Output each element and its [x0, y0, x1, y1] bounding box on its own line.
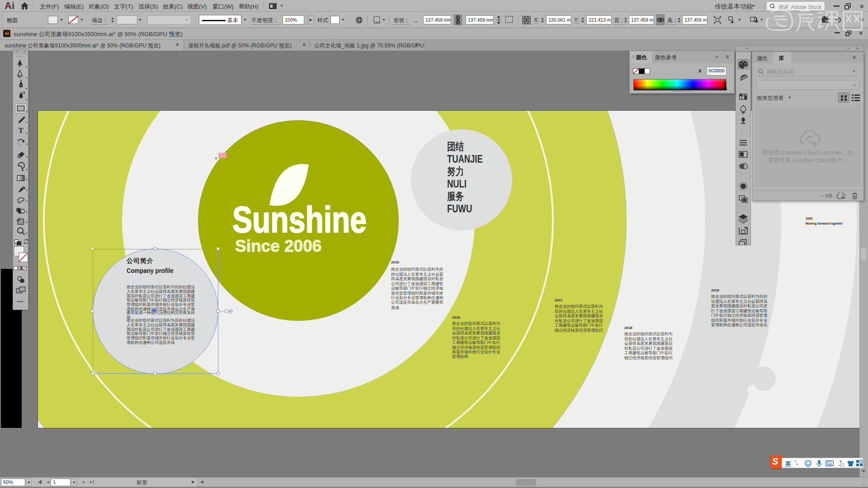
svg-text:T: T — [19, 126, 24, 135]
